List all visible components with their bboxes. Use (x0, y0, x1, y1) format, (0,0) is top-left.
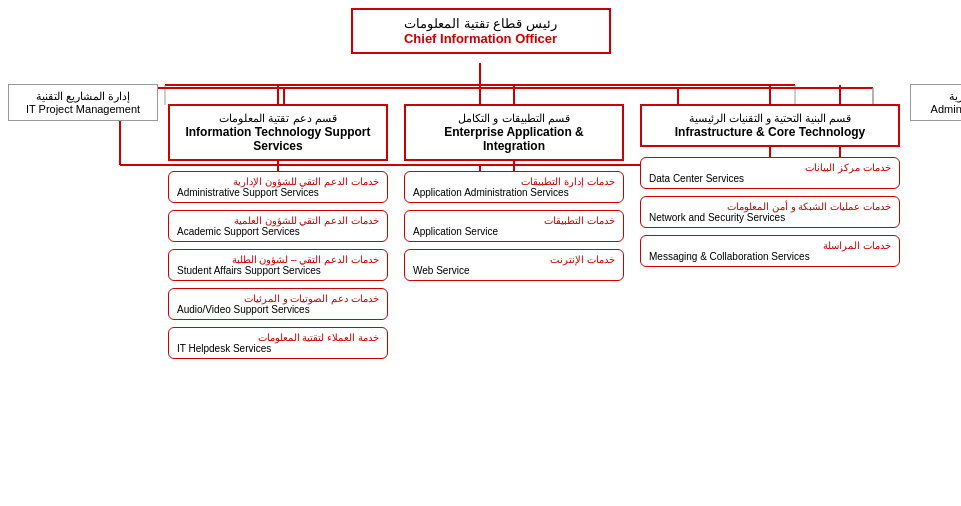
enterprise-sub-2: خدمات التطبيقات Application Service (404, 210, 624, 242)
enterprise-subnodes: خدمات إدارة التطبيقات Application Admini… (404, 171, 624, 281)
itpm-node: إدارة المشاريع التقنية IT Project Manage… (8, 84, 158, 121)
root-node: رئيس قطاع تقتية المعلومات Chief Informat… (351, 8, 611, 54)
support-sub-4: خدمات دعم الصوتيات و المرئيات Audio/Vide… (168, 288, 388, 320)
org-chart: رئيس قطاع تقتية المعلومات Chief Informat… (0, 0, 961, 367)
support-sub-2: خدمات الدعم التقي للشؤون العلمية Academi… (168, 210, 388, 242)
support-sub-5: خدمة العملاء لتقتية المعلومات IT Helpdes… (168, 327, 388, 359)
root-arabic: رئيس قطاع تقتية المعلومات (365, 16, 597, 31)
admin-col: الخدمات الإدارية Administrative Service (910, 84, 961, 121)
infra-subnodes: خدمات مركز البيانات Data Center Services… (640, 157, 900, 267)
itpm-arabic: إدارة المشاريع التقنية (17, 90, 149, 103)
enterprise-sub-3: خدمات الإنترنت Web Service (404, 249, 624, 281)
infra-sub-2: خدمات عمليات الشبكة و أمن المعلومات Netw… (640, 196, 900, 228)
support-vline (277, 84, 279, 104)
infra-header: قسم البنية التحتية و التقنيات الرئيسية I… (640, 104, 900, 147)
support-arabic: قسم دعم تقتية المعلومات (178, 112, 378, 125)
support-english: Information Technology Support Services (178, 125, 378, 153)
support-header: قسم دعم تقتية المعلومات Information Tech… (168, 104, 388, 161)
infra-sub-3: خدمات المراسلة Messaging & Collaboration… (640, 235, 900, 267)
infra-sub-1: خدمات مركز البيانات Data Center Services (640, 157, 900, 189)
infra-english: Infrastructure & Core Technology (650, 125, 890, 139)
admin-arabic: الخدمات الإدارية (919, 90, 961, 103)
sections-row: قسم دعم تقتية المعلومات Information Tech… (168, 84, 900, 359)
enterprise-header: قسم التطبيقات و التكامل Enterprise Appli… (404, 104, 624, 161)
support-subnodes: خدمات الدعم التقي للشؤون الإدارية Admini… (168, 171, 388, 359)
infra-col: قسم البنية التحتية و التقنيات الرئيسية I… (640, 84, 900, 267)
enterprise-col: قسم التطبيقات و التكامل Enterprise Appli… (404, 84, 624, 281)
support-col: قسم دعم تقتية المعلومات Information Tech… (168, 84, 388, 359)
root-english: Chief Information Officer (365, 31, 597, 46)
itpm-col: إدارة المشاريع التقنية IT Project Manage… (8, 84, 158, 121)
admin-node: الخدمات الإدارية Administrative Service (910, 84, 961, 121)
support-sub-1: خدمات الدعم التقي للشؤون الإدارية Admini… (168, 171, 388, 203)
enterprise-english: Enterprise Application & Integration (414, 125, 614, 153)
support-sub-3: خدمات الدعم التقي – لشؤون الطلبة Student… (168, 249, 388, 281)
admin-english: Administrative Service (919, 103, 961, 115)
enterprise-sub-1: خدمات إدارة التطبيقات Application Admini… (404, 171, 624, 203)
enterprise-arabic: قسم التطبيقات و التكامل (414, 112, 614, 125)
itpm-english: IT Project Management (17, 103, 149, 115)
infra-arabic: قسم البنية التحتية و التقنيات الرئيسية (650, 112, 890, 125)
